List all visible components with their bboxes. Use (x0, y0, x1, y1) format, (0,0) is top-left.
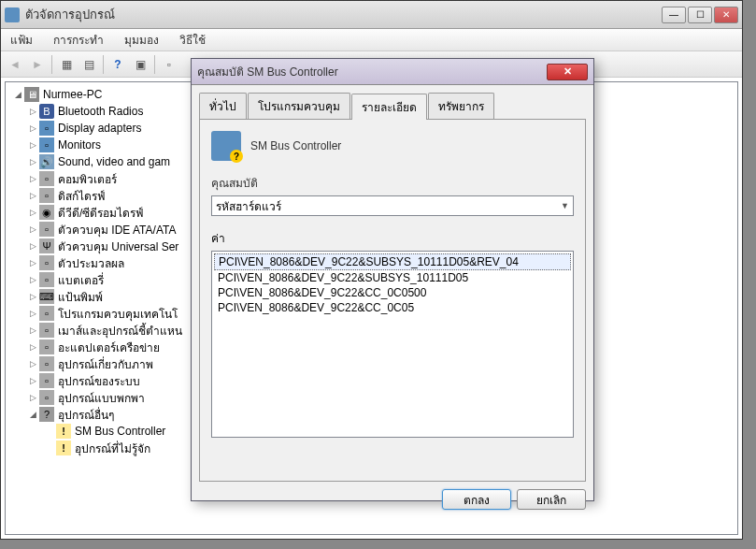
expand-icon[interactable]: ▷ (26, 342, 39, 352)
expand-icon[interactable]: ▷ (26, 292, 39, 301)
help-button[interactable]: ? (107, 54, 128, 75)
cpu-icon: ▫ (39, 255, 54, 270)
chevron-down-icon: ▼ (561, 201, 569, 210)
property-value: รหัสฮาร์ดแวร์ (216, 197, 281, 215)
portable-icon: ▫ (39, 390, 54, 405)
system-icon: ▫ (39, 373, 54, 388)
warning-icon (56, 424, 71, 439)
expand-icon[interactable]: ▷ (26, 309, 39, 318)
device-name: SM Bus Controller (250, 139, 341, 152)
expand-icon[interactable]: ▷ (26, 224, 39, 234)
sound-icon: 🔊 (39, 154, 54, 169)
back-button[interactable]: ◄ (5, 54, 25, 75)
expand-icon[interactable]: ▷ (26, 157, 39, 166)
dvd-icon: ◉ (39, 205, 54, 220)
forward-button[interactable]: ► (27, 54, 48, 75)
collapse-icon[interactable]: ◢ (26, 410, 39, 419)
display-icon: ▫ (39, 121, 54, 136)
monitor-icon: ▫ (39, 137, 54, 152)
device-icon (211, 131, 241, 161)
collapse-icon[interactable]: ◢ (11, 90, 24, 99)
other-icon: ? (39, 407, 54, 422)
toolbar-btn-1[interactable]: ▦ (56, 54, 77, 75)
toolbar-btn-4[interactable]: ▫ (159, 54, 179, 75)
close-button[interactable]: ✕ (714, 7, 738, 23)
expand-icon[interactable]: ▷ (26, 208, 39, 217)
mouse-icon: ▫ (39, 323, 54, 338)
titlebar[interactable]: ตัวจัดการอุปกรณ์ — ☐ ✕ (1, 1, 742, 29)
pc-icon: 🖥 (24, 87, 39, 102)
list-item[interactable]: PCI\VEN_8086&DEV_9C22&SUBSYS_10111D05 (214, 270, 571, 285)
keyboard-icon: ⌨ (39, 289, 54, 304)
cancel-button[interactable]: ยกเลิก (517, 489, 586, 510)
tab-driver[interactable]: โปรแกรมควบคุม (248, 93, 350, 119)
menu-view[interactable]: มุมมอง (121, 29, 163, 51)
window-title: ตัวจัดการอุปกรณ์ (25, 5, 662, 24)
menubar: แฟ้ม การกระทำ มุมมอง วิธีใช้ (1, 29, 742, 51)
property-select[interactable]: รหัสฮาร์ดแวร์ ▼ (211, 195, 574, 216)
list-item[interactable]: PCI\VEN_8086&DEV_9C22&CC_0C05 (214, 300, 571, 315)
expand-icon[interactable]: ▷ (26, 191, 39, 200)
usb-icon: Ψ (39, 238, 54, 253)
property-label: คุณสมบัติ (211, 174, 574, 192)
expand-icon[interactable]: ▷ (26, 140, 39, 150)
battery-icon: ▫ (39, 272, 54, 287)
expand-icon[interactable]: ▷ (26, 174, 39, 183)
tab-general[interactable]: ทั่วไป (199, 93, 247, 119)
expand-icon[interactable]: ▷ (26, 123, 39, 133)
toolbar-btn-2[interactable]: ▤ (78, 54, 99, 75)
expand-icon[interactable]: ▷ (26, 241, 39, 251)
expand-icon[interactable]: ▷ (26, 107, 39, 116)
driver-icon: ▫ (39, 306, 54, 321)
menu-help[interactable]: วิธีใช้ (176, 29, 209, 51)
expand-icon[interactable]: ▷ (26, 393, 39, 402)
network-icon: ▫ (39, 340, 54, 354)
disk-icon: ▫ (39, 188, 54, 203)
properties-dialog: คุณสมบัติ SM Bus Controller ✕ ทั่วไป โปร… (191, 58, 594, 501)
dialog-close-button[interactable]: ✕ (547, 64, 588, 80)
expand-icon[interactable]: ▷ (26, 258, 39, 267)
minimize-button[interactable]: — (662, 7, 686, 23)
tab-resources[interactable]: ทรัพยากร (428, 93, 494, 119)
computer-icon: ▫ (39, 171, 54, 186)
expand-icon[interactable]: ▷ (26, 325, 39, 335)
ok-button[interactable]: ตกลง (442, 489, 511, 510)
ide-icon: ▫ (39, 222, 54, 237)
dialog-title: คุณสมบัติ SM Bus Controller (197, 63, 547, 80)
app-icon (5, 7, 20, 22)
tab-row: ทั่วไป โปรแกรมควบคุม รายละเอียด ทรัพยากร (192, 85, 593, 119)
toolbar-btn-3[interactable]: ▣ (130, 54, 150, 75)
list-item[interactable]: PCI\VEN_8086&DEV_9C22&SUBSYS_10111D05&RE… (214, 253, 571, 270)
bluetooth-icon: B (39, 104, 54, 119)
dialog-titlebar[interactable]: คุณสมบัติ SM Bus Controller ✕ (192, 59, 593, 85)
tab-details[interactable]: รายละเอียด (351, 94, 427, 120)
list-item[interactable]: PCI\VEN_8086&DEV_9C22&CC_0C0500 (214, 285, 571, 300)
imaging-icon: ▫ (39, 356, 54, 371)
expand-icon[interactable]: ▷ (26, 376, 39, 385)
expand-icon[interactable]: ▷ (26, 275, 39, 284)
value-listbox[interactable]: PCI\VEN_8086&DEV_9C22&SUBSYS_10111D05&RE… (211, 251, 574, 438)
menu-file[interactable]: แฟ้ม (7, 29, 36, 51)
tab-content: SM Bus Controller คุณสมบัติ รหัสฮาร์ดแวร… (199, 119, 586, 482)
value-label: ค่า (211, 229, 574, 247)
maximize-button[interactable]: ☐ (688, 7, 712, 23)
expand-icon[interactable]: ▷ (26, 359, 39, 368)
warning-icon (56, 441, 71, 455)
menu-action[interactable]: การกระทำ (50, 29, 107, 51)
